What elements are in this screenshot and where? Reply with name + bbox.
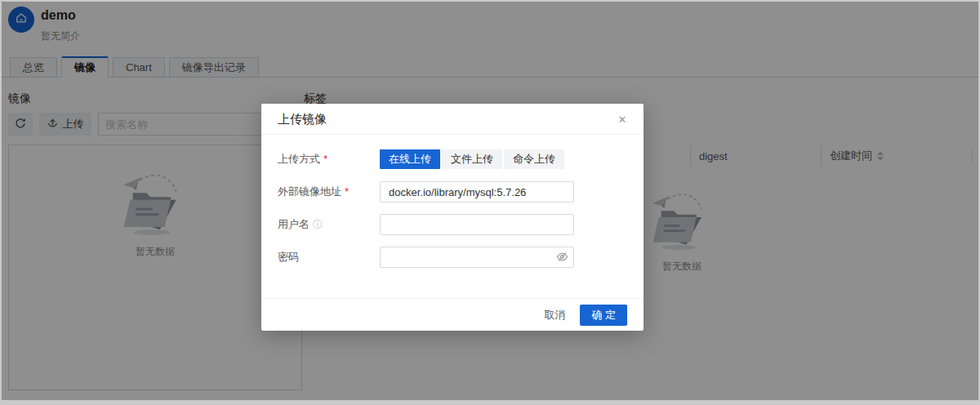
required-asterisk: * — [345, 181, 349, 202]
close-icon[interactable]: ✕ — [614, 111, 630, 127]
image-address-row: 外部镜像地址 * — [278, 181, 627, 202]
username-row: 用户名 ⓘ — [278, 214, 627, 235]
modal-footer: 取消 确 定 — [261, 298, 644, 331]
upload-method-row: 上传方式 * 在线上传 文件上传 命令上传 — [278, 149, 627, 170]
image-address-input[interactable] — [380, 181, 574, 202]
cancel-button[interactable]: 取消 — [541, 308, 568, 323]
method-command-upload[interactable]: 命令上传 — [504, 149, 564, 169]
username-input[interactable] — [380, 214, 574, 235]
method-file-upload[interactable]: 文件上传 — [442, 149, 502, 169]
ok-button[interactable]: 确 定 — [580, 305, 627, 326]
password-label: 密码 — [278, 247, 380, 268]
upload-method-label: 上传方式 * — [278, 149, 380, 170]
modal-title: 上传镜像 — [261, 104, 644, 135]
required-asterisk: * — [323, 149, 327, 170]
info-icon: ⓘ — [313, 214, 323, 235]
method-online-upload[interactable]: 在线上传 — [380, 149, 440, 169]
password-row: 密码 — [278, 247, 627, 268]
image-address-label: 外部镜像地址 * — [278, 181, 380, 202]
app-window: demo 暂无简介 总览 镜像 Chart 镜像导出记录 镜像 上传 — [2, 2, 978, 400]
username-label: 用户名 ⓘ — [278, 214, 380, 235]
upload-method-segmented: 在线上传 文件上传 命令上传 — [380, 149, 564, 170]
password-input[interactable] — [380, 247, 574, 268]
upload-image-modal: 上传镜像 ✕ 上传方式 * 在线上传 文件上传 命令上传 外部镜像地址 * — [261, 104, 644, 331]
eye-invisible-icon[interactable] — [555, 251, 568, 263]
